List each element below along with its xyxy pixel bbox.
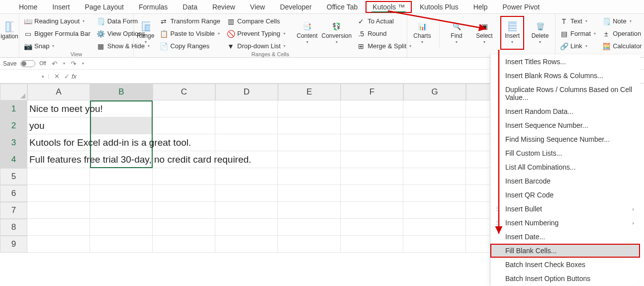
transform-range-button[interactable]: ⇄Transform Range: [158, 16, 221, 26]
undo-dropdown[interactable]: ▾: [63, 61, 65, 66]
cell-C7[interactable]: [153, 202, 215, 219]
cell-G4[interactable]: [403, 151, 466, 168]
tab-view[interactable]: View: [243, 1, 272, 13]
round-button[interactable]: .5Round: [356, 28, 412, 39]
cancel-formula-button[interactable]: ✕: [52, 73, 62, 80]
cell-D6[interactable]: [215, 185, 278, 202]
cell-C1[interactable]: [153, 100, 215, 117]
cell-F6[interactable]: [341, 185, 403, 202]
cell-B2[interactable]: [90, 117, 153, 134]
cell-A3[interactable]: Kutools for Excel add-in is a great tool…: [27, 134, 90, 151]
cell-F9[interactable]: [341, 236, 403, 253]
dd-insert-bullet[interactable]: ⋮Insert Bullet›: [490, 202, 640, 216]
dd-insert-blank-rows-cols[interactable]: Insert Blank Rows & Columns...: [490, 69, 640, 83]
col-header-B[interactable]: B: [90, 84, 153, 100]
row-header-5[interactable]: 5: [0, 168, 27, 185]
tab-review[interactable]: Review: [205, 1, 242, 13]
cell-D8[interactable]: [215, 219, 278, 236]
dd-list-combinations[interactable]: List All Combinations...: [490, 160, 640, 174]
dd-duplicate-rows-cols[interactable]: Duplicate Rows / Columns Based on Cell V…: [490, 83, 640, 104]
tab-developer[interactable]: Developer: [273, 1, 319, 13]
select-button[interactable]: ▣ Select ▾: [472, 16, 496, 50]
cell-E9[interactable]: [278, 236, 341, 253]
dd-insert-date[interactable]: Insert Date...: [490, 230, 640, 244]
compare-cells-button[interactable]: ▥Compare Cells: [225, 16, 286, 26]
cell-D9[interactable]: [215, 236, 278, 253]
text-button[interactable]: TText▾: [558, 16, 597, 26]
cell-B7[interactable]: [90, 202, 153, 219]
cell-G2[interactable]: [403, 117, 466, 134]
confirm-formula-button[interactable]: ✓: [62, 73, 72, 80]
cell-A2[interactable]: you: [27, 117, 90, 134]
cell-B9[interactable]: [90, 236, 153, 253]
cell-F4[interactable]: [341, 151, 403, 168]
col-header-A[interactable]: A: [27, 84, 90, 100]
conversion-button[interactable]: 💱 Conversion ▾: [322, 16, 352, 50]
format-button[interactable]: ▤Format▾: [558, 28, 597, 39]
operation-button[interactable]: ±Operation: [601, 28, 643, 39]
cell-G7[interactable]: [403, 202, 466, 219]
select-all-corner[interactable]: [0, 84, 27, 100]
cell-C8[interactable]: [153, 219, 215, 236]
reading-layout-button[interactable]: 📖 Reading Layout ▾: [22, 16, 92, 26]
cell-F5[interactable]: [341, 168, 403, 185]
link-button[interactable]: 🔗Link▾: [558, 41, 597, 51]
redo-dropdown[interactable]: ▾: [82, 61, 84, 66]
content-button[interactable]: 📑 Content ▾: [296, 16, 317, 50]
cell-E8[interactable]: [278, 219, 341, 236]
dd-batch-checkboxes[interactable]: Batch Insert Check Boxes: [490, 258, 640, 272]
cell-F7[interactable]: [341, 202, 403, 219]
undo-button[interactable]: ↶: [50, 59, 59, 68]
tab-kutools[interactable]: Kutools ™: [366, 1, 412, 13]
bigger-formula-bar-button[interactable]: ▭ Bigger Formula Bar: [22, 28, 92, 39]
cell-B5[interactable]: [90, 168, 153, 185]
cell-D5[interactable]: [215, 168, 278, 185]
range-button[interactable]: Range ▾: [137, 16, 154, 50]
dd-fill-custom-lists[interactable]: Fill Custom Lists...: [490, 146, 640, 160]
row-header-1[interactable]: 1: [0, 100, 27, 117]
cell-C9[interactable]: [153, 236, 215, 253]
tab-help[interactable]: Help: [466, 1, 495, 13]
row-header-3[interactable]: 3: [0, 134, 27, 151]
cell-F8[interactable]: [341, 219, 403, 236]
dd-insert-random-data[interactable]: Insert Random Data...: [490, 104, 640, 118]
snap-button[interactable]: 📷 Snap ▾: [22, 41, 92, 51]
cell-F2[interactable]: [341, 117, 403, 134]
cell-G3[interactable]: [403, 134, 466, 151]
dd-insert-titles-rows[interactable]: Insert Titles Rows...: [490, 55, 640, 69]
redo-button[interactable]: ↷: [69, 59, 78, 68]
cell-D3[interactable]: [215, 134, 278, 151]
row-header-4[interactable]: 4: [0, 151, 27, 168]
dd-fill-blank-cells[interactable]: Fill Blank Cells...: [490, 244, 640, 258]
dd-batch-option-buttons[interactable]: Batch Insert Option Buttons: [490, 272, 640, 286]
row-header-7[interactable]: 7: [0, 202, 27, 219]
cell-G5[interactable]: [403, 168, 466, 185]
col-header-E[interactable]: E: [278, 84, 341, 100]
row-header-9[interactable]: 9: [0, 236, 27, 253]
tab-data[interactable]: Data: [176, 1, 204, 13]
dd-insert-qr[interactable]: Insert QR Code: [490, 188, 640, 202]
cell-F3[interactable]: [341, 134, 403, 151]
col-header-C[interactable]: C: [153, 84, 215, 100]
dropdown-list-button[interactable]: ▼Drop-down List▾: [225, 41, 286, 51]
tab-page-layout[interactable]: Page Layout: [78, 1, 131, 13]
col-header-G[interactable]: G: [403, 84, 466, 100]
col-header-F[interactable]: F: [341, 84, 403, 100]
name-box-dropdown[interactable]: ▾: [40, 74, 49, 79]
cell-F1[interactable]: [341, 100, 403, 117]
cell-E2[interactable]: [278, 117, 341, 134]
row-header-6[interactable]: 6: [0, 185, 27, 202]
cell-G1[interactable]: [403, 100, 466, 117]
charts-button[interactable]: 📊 Charts ▾: [410, 16, 434, 50]
cell-G6[interactable]: [403, 185, 466, 202]
cell-G8[interactable]: [403, 219, 466, 236]
col-header-D[interactable]: D: [215, 84, 278, 100]
cell-E7[interactable]: [278, 202, 341, 219]
row-header-2[interactable]: 2: [0, 117, 27, 134]
cell-B6[interactable]: [90, 185, 153, 202]
navigation-button[interactable]: igation: [0, 14, 19, 48]
tab-office-tab[interactable]: Office Tab: [320, 1, 365, 13]
tab-kutools-plus[interactable]: Kutools Plus: [413, 1, 465, 13]
calculator-button[interactable]: 🧮Calculator: [601, 41, 643, 51]
cell-E4[interactable]: [278, 151, 341, 168]
